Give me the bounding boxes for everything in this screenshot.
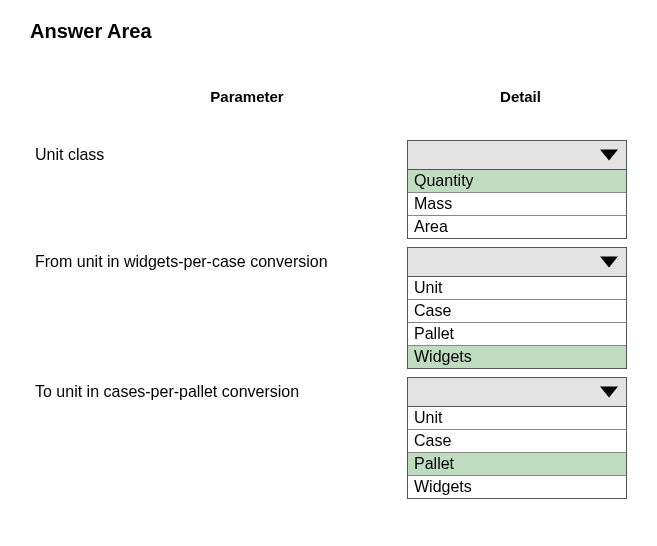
dropdown-select[interactable]: [407, 140, 627, 170]
dropdown-option[interactable]: Pallet: [408, 453, 626, 476]
chevron-down-icon: [600, 257, 618, 268]
dropdown-option[interactable]: Quantity: [408, 170, 626, 193]
dropdown-select[interactable]: [407, 377, 627, 407]
dropdown-option[interactable]: Mass: [408, 193, 626, 216]
detail-column: UnitCasePalletWidgets: [407, 377, 627, 499]
dropdown-select[interactable]: [407, 247, 627, 277]
parameter-row: To unit in cases-per-pallet conversionUn…: [30, 377, 627, 499]
dropdown-option[interactable]: Case: [408, 300, 626, 323]
dropdown-options: UnitCasePalletWidgets: [407, 407, 627, 499]
detail-column: QuantityMassArea: [407, 140, 627, 239]
columns-header: Parameter Detail: [30, 88, 627, 105]
parameter-label: Unit class: [30, 140, 407, 164]
dropdown-option[interactable]: Case: [408, 430, 626, 453]
dropdown-option[interactable]: Pallet: [408, 323, 626, 346]
page-title: Answer Area: [30, 20, 627, 43]
chevron-down-icon: [600, 150, 618, 161]
dropdown-option[interactable]: Unit: [408, 407, 626, 430]
dropdown-option[interactable]: Area: [408, 216, 626, 238]
dropdown-option[interactable]: Widgets: [408, 346, 626, 368]
parameter-label: To unit in cases-per-pallet conversion: [30, 377, 407, 401]
parameter-row: Unit classQuantityMassArea: [30, 140, 627, 239]
parameter-header: Parameter: [30, 88, 414, 105]
dropdown-options: QuantityMassArea: [407, 170, 627, 239]
dropdown-option[interactable]: Widgets: [408, 476, 626, 498]
detail-column: UnitCasePalletWidgets: [407, 247, 627, 369]
parameter-label: From unit in widgets-per-case conversion: [30, 247, 407, 271]
dropdown-option[interactable]: Unit: [408, 277, 626, 300]
chevron-down-icon: [600, 387, 618, 398]
detail-header: Detail: [414, 88, 627, 105]
dropdown-options: UnitCasePalletWidgets: [407, 277, 627, 369]
parameter-row: From unit in widgets-per-case conversion…: [30, 247, 627, 369]
